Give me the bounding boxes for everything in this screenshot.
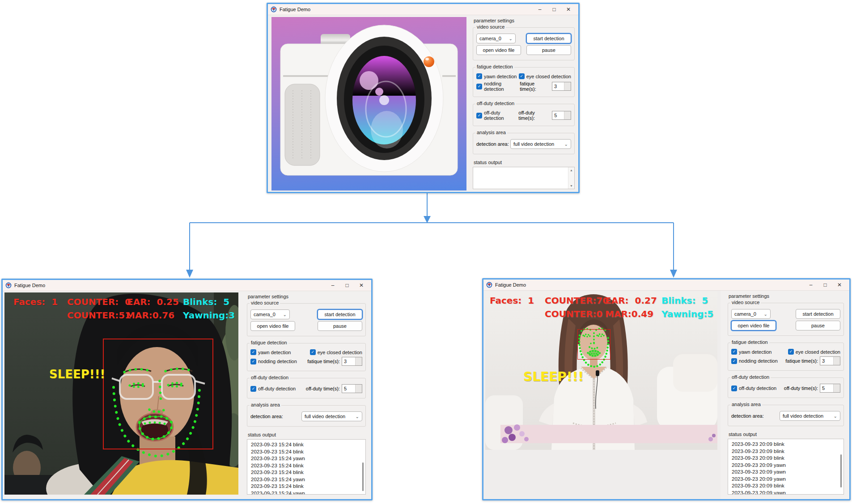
camera-select[interactable]: camera_0 ⌄ (476, 34, 516, 43)
status-line: 2023-09-23 20:09 blink (732, 455, 840, 462)
start-detection-button[interactable]: start detection (318, 309, 362, 319)
fatigue-detection-group: fatigue detection ✓ yawn detection ✓ eye… (473, 67, 575, 97)
status-output-box[interactable]: 2023-09-23 20:09 blink 2023-09-23 20:09 … (728, 439, 844, 495)
offduty-time-input[interactable]: 5 (552, 111, 571, 120)
start-detection-button[interactable]: start detection (526, 34, 571, 43)
eye-closed-detection-checkbox[interactable]: ✓ eye closed detection (519, 73, 571, 79)
status-line: 2023-09-23 15:24 blink (251, 441, 362, 449)
yawn-detection-checkbox[interactable]: ✓ yawn detection (731, 349, 771, 355)
yawn-detection-checkbox[interactable]: ✓ yawn detection (250, 349, 291, 355)
analysis-area-label: analysis area (730, 402, 762, 407)
detection-area-label: detection area: (476, 141, 509, 147)
face-bounding-box (103, 339, 213, 449)
maximize-button[interactable]: □ (818, 280, 832, 290)
check-icon: ✓ (520, 74, 523, 78)
app-icon (486, 282, 492, 288)
overlay-blinks: Blinks: 5 (661, 295, 708, 306)
overlay-ear: EAR: 0.27 (605, 295, 657, 306)
app-icon (271, 6, 277, 13)
scroll-down-icon[interactable]: ▼ (570, 184, 573, 187)
pause-button[interactable]: pause (796, 321, 840, 330)
scrollbar[interactable]: ▲ ▼ (568, 167, 574, 189)
maximize-button[interactable]: □ (340, 280, 354, 290)
fatigue-time-input[interactable]: 3 (820, 356, 840, 365)
camera-select[interactable]: camera_0 ⌄ (731, 309, 771, 319)
close-button[interactable]: ✕ (354, 280, 369, 290)
chevron-down-icon: ⌄ (564, 142, 568, 147)
detection-area-select[interactable]: full video detection ⌄ (301, 411, 362, 421)
offduty-detection-checkbox[interactable]: ✓ off-duty detection (731, 385, 776, 391)
status-output-box[interactable]: ▲ ▼ (473, 167, 575, 189)
maximize-button[interactable]: □ (547, 4, 561, 14)
video-source-label: video source (730, 300, 761, 305)
overlay-faces: Faces: 1 (490, 295, 534, 306)
fatigue-detection-label: fatigue detection (475, 64, 514, 69)
yawn-detection-checkbox[interactable]: ✓ yawn detection (476, 73, 517, 79)
offduty-detection-label: off-duty detection (730, 374, 771, 380)
offduty-time-label: off-duty time(s): (518, 110, 550, 121)
start-detection-button[interactable]: start detection (796, 309, 840, 319)
minimize-button[interactable]: – (533, 4, 547, 14)
overlay-yawning: Yawning:3 (183, 310, 235, 321)
scroll-up-icon[interactable]: ▲ (570, 169, 573, 172)
check-icon: ✓ (478, 85, 481, 89)
close-button[interactable]: ✕ (561, 4, 576, 14)
overlay-yawning: Yawning:5 (661, 309, 713, 319)
minimize-button[interactable]: – (326, 280, 340, 290)
video-source-group: video source camera_0 ⌄ start detection … (728, 303, 844, 336)
scrollbar-thumb[interactable] (362, 462, 364, 491)
detection-area-label: detection area: (250, 414, 283, 419)
close-button[interactable]: ✕ (832, 280, 847, 290)
check-icon: ✓ (733, 359, 736, 363)
status-line: 2023-09-23 15:24 yawn (251, 455, 362, 462)
fatigue-time-input[interactable]: 3 (342, 357, 362, 366)
window-title: Fatigue Demo (14, 283, 45, 288)
analysis-area-group: analysis area detection area: full video… (728, 405, 844, 426)
status-output-box[interactable]: 2023-09-23 15:24 blink 2023-09-23 15:24 … (247, 439, 366, 495)
offduty-detection-checkbox[interactable]: ✓ off-duty detection (250, 386, 296, 392)
offduty-detection-checkbox[interactable]: ✓ off-duty detection (476, 110, 518, 121)
eye-closed-detection-checkbox[interactable]: ✓ eye closed detection (788, 349, 840, 355)
open-video-file-button[interactable]: open video file (731, 321, 776, 330)
minimize-button[interactable]: – (804, 280, 818, 290)
spinner-buttons[interactable] (833, 384, 840, 392)
status-line: 2023-09-23 15:24 blink (251, 449, 362, 456)
offduty-time-input[interactable]: 5 (820, 384, 840, 393)
check-icon: ✓ (252, 350, 255, 354)
scrollbar-thumb[interactable] (840, 454, 842, 487)
detection-area-select[interactable]: full video detection ⌄ (780, 411, 840, 421)
video-source-label: video source (250, 300, 280, 305)
detection-area-select[interactable]: full video detection ⌄ (510, 139, 571, 149)
fatigue-detection-label: fatigue detection (250, 340, 288, 345)
spinner-buttons[interactable] (564, 82, 571, 90)
overlay-ear: EAR: 0.25 (127, 296, 179, 307)
status-line: 2023-09-23 15:24 yawn (251, 476, 362, 483)
nodding-detection-checkbox[interactable]: ✓ nodding detection (476, 81, 520, 92)
open-video-file-button[interactable]: open video file (250, 321, 295, 331)
chevron-down-icon: ⌄ (356, 414, 359, 419)
pause-button[interactable]: pause (318, 321, 362, 331)
check-icon: ✓ (733, 350, 736, 354)
spinner-buttons[interactable] (833, 357, 840, 365)
status-line: 2023-09-23 20:09 yawn (732, 462, 840, 469)
pause-button[interactable]: pause (526, 45, 571, 55)
fatigue-time-input[interactable]: 3 (552, 82, 571, 91)
check-icon: ✓ (733, 386, 736, 390)
nodding-detection-checkbox[interactable]: ✓ nodding detection (731, 358, 778, 364)
status-line: 2023-09-23 20:09 yawn (732, 469, 840, 476)
spinner-buttons[interactable] (564, 111, 571, 119)
nodding-detection-checkbox[interactable]: ✓ nodding detection (250, 359, 297, 364)
check-icon: ✓ (252, 387, 255, 391)
spinner-buttons[interactable] (355, 385, 362, 393)
camera-select[interactable]: camera_0 ⌄ (250, 309, 290, 319)
overlay-counter2: COUNTER:0 (545, 309, 602, 319)
app-icon (5, 282, 12, 288)
eye-closed-detection-checkbox[interactable]: ✓ eye closed detection (310, 349, 362, 355)
fatigue-time-label: fatique time(s): (307, 359, 340, 364)
offduty-detection-group: off-duty detection ✓ off-duty detection … (728, 377, 844, 398)
open-video-file-button[interactable]: open video file (476, 45, 521, 55)
overlay-counter2: COUNTER:51 (67, 310, 131, 321)
spinner-buttons[interactable] (355, 357, 362, 365)
camera-select-value: camera_0 (479, 36, 501, 41)
offduty-time-input[interactable]: 5 (342, 384, 362, 393)
